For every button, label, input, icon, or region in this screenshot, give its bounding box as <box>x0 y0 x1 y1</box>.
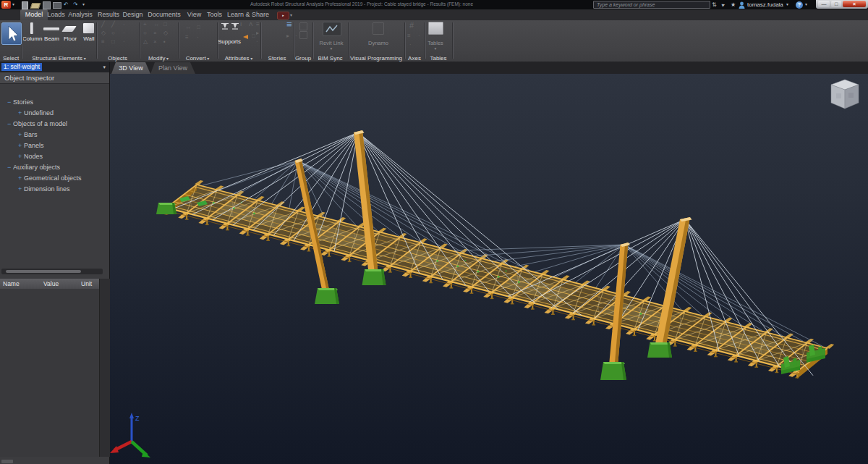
user-caret-icon[interactable]: ▾ <box>786 0 788 9</box>
ribbon-tool-icon[interactable]: □ <box>252 33 255 39</box>
expand-icon[interactable]: + <box>18 108 24 119</box>
undo-icon[interactable]: ↶ <box>64 0 69 9</box>
help-icon[interactable]: ? <box>796 1 803 9</box>
tree-item-undefined[interactable]: +Undefined <box>18 108 54 119</box>
expand-icon[interactable]: + <box>18 173 24 184</box>
ribbon-tool-icon[interactable]: · <box>123 30 125 36</box>
ribbon-tool-icon[interactable]: ≡ <box>101 39 105 45</box>
ribbon-tool-icon[interactable]: ≡ <box>185 35 189 41</box>
ribbon-tool-icon[interactable]: · <box>256 39 258 45</box>
ribbon-tool-icon[interactable]: □ <box>111 39 115 45</box>
ribbon-group-modify[interactable]: Modify ▾ <box>139 54 178 62</box>
supports-icons[interactable] <box>221 22 241 33</box>
video-caret-icon[interactable]: ▾ <box>290 12 292 17</box>
menu-tab-learn-share[interactable]: Learn & Share <box>225 9 271 20</box>
col-value[interactable]: Value <box>43 279 59 289</box>
menu-tab-loads[interactable]: Loads <box>46 9 66 20</box>
collapse-icon[interactable]: − <box>7 162 13 173</box>
wall-button[interactable]: Wall <box>80 22 98 43</box>
ribbon-tool-icon[interactable]: · <box>123 22 125 28</box>
select-tool-button[interactable] <box>1 22 22 45</box>
ribbon-group-structural-elements[interactable]: Structural Elements ▾ <box>22 54 96 62</box>
ribbon-tool-icon[interactable]: ↔ <box>185 25 191 30</box>
ribbon-group-axes[interactable]: Axes <box>404 54 425 62</box>
ribbon-tool-icon[interactable]: × <box>153 39 157 45</box>
axes-icon[interactable]: # <box>409 22 414 28</box>
tree-item-panels[interactable]: +Panels <box>18 140 44 151</box>
ribbon-group-tables[interactable]: Tables <box>425 54 452 62</box>
ribbon-tool-icon[interactable]: Λ <box>249 22 252 28</box>
panel-resize-grip[interactable] <box>1 460 13 463</box>
col-name[interactable]: Name <box>3 279 20 289</box>
tables-button[interactable] <box>428 22 443 35</box>
ribbon-tool-icon[interactable]: ╱ <box>111 22 115 28</box>
revit-link-button[interactable] <box>323 22 341 36</box>
ribbon-tool-icon[interactable]: ◇ <box>163 30 168 36</box>
horizontal-scrollbar[interactable] <box>1 269 103 274</box>
menu-tab-documents[interactable]: Documents <box>145 9 184 20</box>
expand-icon[interactable]: + <box>18 151 24 162</box>
ribbon-tool-icon[interactable]: ╱ <box>101 22 105 28</box>
ribbon-tool-icon[interactable]: △ <box>143 39 148 45</box>
tables-caret-icon[interactable]: ▾ <box>421 46 450 51</box>
ribbon-tool-icon[interactable]: · <box>197 35 199 41</box>
ribbon-tool-icon[interactable]: ○ <box>143 30 147 36</box>
open-file-icon[interactable] <box>30 3 41 9</box>
revit-link-caret-icon[interactable]: ▾ <box>316 46 346 51</box>
load-case-caret-icon[interactable]: ▾ <box>103 62 106 72</box>
qat-caret-icon[interactable]: ▾ <box>12 0 14 9</box>
ribbon-tool-icon[interactable]: ↔ <box>153 22 159 28</box>
ribbon-group-convert[interactable]: Convert ▾ <box>178 54 217 62</box>
menu-tab-analysis[interactable]: Analysis <box>68 9 93 20</box>
bridge-3d-model[interactable]: Z <box>110 74 868 464</box>
ribbon-group-stories[interactable]: Stories <box>260 54 294 62</box>
dynamo-icon[interactable] <box>373 22 384 35</box>
print-icon[interactable] <box>53 2 61 9</box>
tab-3d-view[interactable]: 3D View <box>111 62 150 74</box>
column-button[interactable]: Column <box>22 22 42 43</box>
save-file-icon[interactable] <box>43 1 51 9</box>
ribbon-group-select[interactable]: Select <box>0 54 22 62</box>
3d-viewport[interactable]: Z <box>110 74 868 464</box>
stories-icon[interactable]: ≡ <box>286 22 292 28</box>
tree-item-auxiliary-objects[interactable]: −Auxiliary objects <box>7 162 60 173</box>
user-name[interactable]: tomasz.fudala <box>747 0 783 9</box>
floor-button[interactable]: Floor <box>61 22 79 43</box>
ribbon-tool-icon[interactable]: · <box>123 39 125 45</box>
tree-item-geometrical-objects[interactable]: +Geometrical objects <box>18 173 82 184</box>
ribbon-tool-icon[interactable]: ▸ <box>256 30 259 36</box>
beam-button[interactable]: Beam <box>43 22 61 43</box>
tab-plan-view[interactable]: Plan View <box>150 62 195 74</box>
ribbon-tool-icon[interactable]: □ <box>197 25 200 30</box>
expand-icon[interactable]: + <box>18 140 24 151</box>
app-logo[interactable]: R <box>1 1 11 9</box>
ribbon-group-group[interactable]: Group <box>294 54 312 62</box>
ribbon-group-visual-programming[interactable]: Visual Programming <box>348 54 404 62</box>
expand-icon[interactable]: + <box>18 130 24 140</box>
maximize-button[interactable]: □ <box>831 1 841 7</box>
menu-tab-results[interactable]: Results <box>95 9 122 20</box>
tree-item-dimension-lines[interactable]: +Dimension lines <box>18 184 70 195</box>
search-exchange-icon[interactable]: ⇅ <box>712 0 717 9</box>
tree-item-objects-of-a-model[interactable]: −Objects of a model <box>7 119 67 130</box>
ribbon-tool-icon[interactable]: + <box>143 22 147 28</box>
qat-dropdown-icon[interactable]: ▾ <box>82 0 85 9</box>
menu-tab-tools[interactable]: Tools <box>203 9 226 20</box>
release-wedge-icon[interactable] <box>243 35 248 39</box>
favorites-star-icon[interactable]: ★ <box>731 0 736 9</box>
redo-icon[interactable]: ↷ <box>73 0 78 9</box>
expand-icon[interactable]: + <box>18 184 24 195</box>
tree-item-stories[interactable]: −Stories <box>7 97 33 108</box>
group-icon[interactable] <box>299 22 307 30</box>
new-file-icon[interactable] <box>22 1 28 9</box>
col-unit[interactable]: Unit <box>81 279 92 289</box>
ribbon-group-attributes[interactable]: Attributes ▾ <box>217 54 260 62</box>
tree-item-nodes[interactable]: +Nodes <box>18 151 43 162</box>
minimize-button[interactable]: — <box>818 1 830 7</box>
menu-tab-design[interactable]: Design <box>120 9 145 20</box>
load-case-dropdown[interactable]: 1: self-weight ▾ <box>0 62 109 73</box>
ribbon-tool-icon[interactable]: □ <box>163 22 167 28</box>
user-avatar-icon[interactable] <box>739 1 745 9</box>
ribbon-tool-icon[interactable]: ◇ <box>101 30 106 36</box>
menu-tab-model[interactable]: Model <box>20 9 48 20</box>
